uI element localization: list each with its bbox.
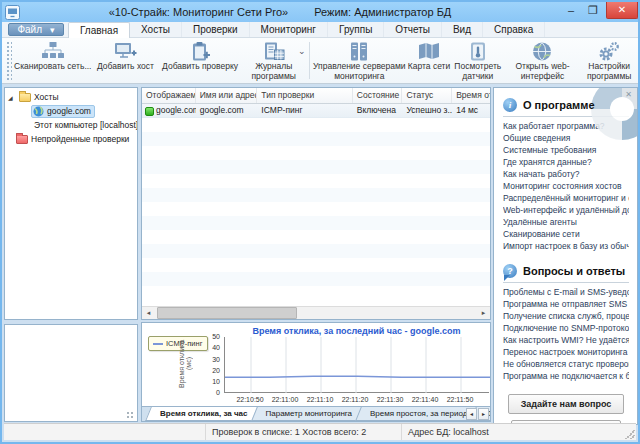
- help-link[interactable]: Сканирование сети: [503, 228, 629, 240]
- legend-line-icon: [153, 343, 163, 345]
- help-link[interactable]: Web-интерфейс и удалённый доступ: [503, 204, 629, 216]
- tab-monitoring[interactable]: Мониторинг: [250, 22, 328, 37]
- faq-link[interactable]: Получение списка служб, процессов...: [503, 310, 629, 322]
- tree-hosts-label: Хосты: [34, 92, 59, 102]
- info-icon: i: [503, 98, 517, 112]
- chart-tab-downtime[interactable]: Время простоя, за период: [358, 407, 479, 421]
- tree-node-hosts[interactable]: ◢ Хосты: [5, 90, 137, 104]
- faq-link[interactable]: Перенос настроек мониторинга на д...: [503, 346, 629, 358]
- chart-tab-response-hour[interactable]: Время отклика, за час: [148, 407, 260, 421]
- network-map-button[interactable]: Карта сети: [407, 38, 451, 83]
- col-response-time[interactable]: Время откл: [452, 88, 490, 103]
- window-mode: Режим: Администратор БД: [314, 6, 451, 18]
- expander-icon[interactable]: ◢: [8, 94, 16, 101]
- ask-question-button[interactable]: Задайте нам вопрос: [508, 394, 625, 414]
- tab-spravka[interactable]: Справка: [483, 22, 545, 37]
- add-host-label: Добавить хост: [97, 62, 154, 72]
- tab-gruppy[interactable]: Группы: [328, 22, 384, 37]
- ribbon-toolbar: Сканировать сеть... Добавить хост Добави…: [2, 38, 638, 84]
- y-tick: 50: [194, 333, 220, 340]
- help-link[interactable]: Системные требования: [503, 144, 629, 156]
- tree-node-localhost[interactable]: Этот компьютер [localhost]: [5, 118, 137, 132]
- program-settings-button[interactable]: Настройки программы: [580, 38, 638, 83]
- help-link[interactable]: Мониторинг состояния хостов: [503, 180, 629, 192]
- tab-hosty[interactable]: Хосты: [130, 22, 182, 37]
- tab-scroll-right-icon[interactable]: ▸: [478, 408, 489, 420]
- about-title: О программе: [523, 99, 595, 111]
- main-area: ◢ Хосты google.com Этот компьютер [local…: [4, 85, 640, 425]
- help-link[interactable]: Импорт настроек в базу из обычной ...: [503, 240, 629, 252]
- table-empty-rows: [142, 118, 490, 291]
- faq-link[interactable]: Программа не подключается к базе ...: [503, 370, 629, 382]
- faq-section-header: ? Вопросы и ответы: [503, 264, 629, 278]
- chart-tab-label: Параметр мониторинга: [266, 409, 353, 418]
- faq-link[interactable]: Программа не отправляет SMS: [503, 298, 629, 310]
- tab-otchety[interactable]: Отчеты: [384, 22, 442, 37]
- add-check-icon: [188, 40, 212, 62]
- logs-dropdown-icon[interactable]: ⌄: [298, 46, 306, 56]
- faq-link[interactable]: Не обновляется статус проверок в ко...: [503, 358, 629, 370]
- faq-link[interactable]: Как настроить WMI? Не удаётся наст...: [503, 334, 629, 346]
- view-sensors-button[interactable]: Посмотреть датчики: [451, 38, 505, 83]
- view-sensors-label: Посмотреть датчики: [451, 62, 505, 81]
- web-interface-label: Открыть web-интерфейс: [505, 62, 581, 81]
- add-host-button[interactable]: Добавить хост: [92, 38, 160, 83]
- divider: [503, 282, 629, 283]
- file-menu-button[interactable]: Файл ▾: [8, 23, 64, 36]
- close-button[interactable]: ✕: [606, 2, 638, 19]
- open-web-interface-button[interactable]: Открыть web-интерфейс: [505, 38, 581, 83]
- horizontal-scrollbar[interactable]: ◂ ▸: [142, 306, 490, 319]
- faq-title: Вопросы и ответы: [523, 265, 625, 277]
- tab-scroll-left-icon[interactable]: ◂: [466, 408, 477, 420]
- tab-proverki[interactable]: Проверки: [182, 22, 250, 37]
- faq-link[interactable]: Подключение по SNMP-протоколу: [503, 322, 629, 334]
- faq-link[interactable]: Проблемы с E-mail и SMS-уведомле...: [503, 286, 629, 298]
- response-chart-panel: Время отклика, за последний час - google…: [141, 322, 491, 422]
- y-tick: 30: [194, 356, 220, 363]
- cell-status: Успешно з...: [402, 104, 452, 117]
- program-logs-button[interactable]: Журналы программы ⌄: [241, 38, 307, 83]
- col-display-name[interactable]: Отображаемо...: [142, 88, 196, 103]
- scroll-right-icon[interactable]: ▸: [477, 307, 490, 319]
- y-tick: 10: [194, 378, 220, 385]
- col-host[interactable]: Имя или адрес хо...: [196, 88, 258, 103]
- chevron-down-icon: ▾: [50, 26, 55, 34]
- col-status[interactable]: Статус: [402, 88, 452, 103]
- monitoring-servers-button[interactable]: Управление серверами мониторинга: [312, 38, 408, 83]
- tab-glavnaya[interactable]: Главная: [68, 22, 130, 38]
- chart-plot-area: [224, 337, 489, 393]
- monitoring-servers-icon: [347, 40, 371, 62]
- help-link[interactable]: Распределённый мониторинг и серв...: [503, 192, 629, 204]
- status-section-empty: [4, 424, 205, 440]
- help-link[interactable]: Удалённые агенты: [503, 216, 629, 228]
- tree-node-failed-checks[interactable]: Непройденные проверки: [5, 132, 137, 146]
- help-link[interactable]: Как начать работу?: [503, 168, 629, 180]
- tab-vid[interactable]: Вид: [442, 22, 483, 37]
- about-section-header: i О программе: [503, 98, 629, 112]
- col-state[interactable]: Состояние: [353, 88, 403, 103]
- cell-host: google.com: [196, 104, 258, 117]
- add-check-button[interactable]: Добавить проверку: [159, 38, 241, 83]
- table-row[interactable]: google.com google.com ICMP-пинг Включена…: [142, 104, 490, 118]
- toolbar-grip: [6, 41, 12, 80]
- minimize-button[interactable]: –: [560, 2, 582, 18]
- window-title: «10-Страйк: Мониторинг Сети Pro»: [109, 6, 289, 18]
- response-time-line-chart: [225, 337, 490, 393]
- col-check-type[interactable]: Тип проверки: [257, 88, 352, 103]
- status-led-icon: [145, 107, 154, 116]
- status-db-address: Адрес БД: localhost: [401, 424, 636, 440]
- help-link[interactable]: Где хранятся данные?: [503, 156, 629, 168]
- tree-node-google[interactable]: google.com: [5, 104, 137, 118]
- resize-grip-icon[interactable]: [625, 429, 635, 439]
- chart-tab-scroll: ◂ ▸: [466, 408, 489, 420]
- chart-tab-parameter[interactable]: Параметр мониторинга: [254, 407, 365, 421]
- details-panel-empty: [4, 324, 138, 422]
- scrollbar-thumb[interactable]: [157, 307, 297, 319]
- maximize-button[interactable]: ❐: [582, 2, 604, 18]
- help-sidebar: ✕ i О программе Как работает программа? …: [493, 87, 638, 425]
- scan-network-button[interactable]: Сканировать сеть...: [14, 38, 92, 83]
- menu-tabs: Главная Хосты Проверки Мониторинг Группы…: [68, 22, 545, 37]
- scroll-left-icon[interactable]: ◂: [142, 307, 155, 319]
- y-tick: 0: [194, 389, 220, 396]
- web-interface-icon: [530, 40, 554, 62]
